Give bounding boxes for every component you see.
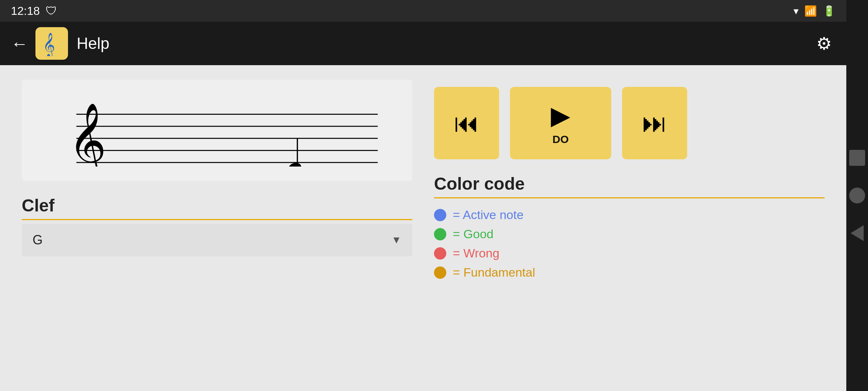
wifi-icon: ▾ bbox=[793, 5, 799, 17]
note-label: DO bbox=[553, 133, 569, 146]
good-dot bbox=[434, 228, 446, 240]
app-icon: 𝄞 bbox=[35, 27, 68, 60]
fundamental-label: = Fundamental bbox=[453, 265, 535, 279]
prev-icon: ⏮ bbox=[454, 109, 479, 138]
page-title: Help bbox=[77, 34, 816, 52]
playback-buttons: ⏮ ▶ DO ⏭ bbox=[434, 80, 825, 159]
clef-section: Clef G ▼ bbox=[22, 196, 412, 256]
signal-icon: 📶 bbox=[804, 5, 817, 17]
side-nav bbox=[846, 0, 868, 391]
good-label: = Good bbox=[453, 227, 493, 241]
play-button[interactable]: ▶ DO bbox=[510, 87, 611, 159]
play-icon: ▶ bbox=[551, 101, 570, 130]
color-code-divider bbox=[434, 197, 825, 198]
treble-clef-icon: 𝄞 bbox=[39, 31, 64, 56]
svg-text:𝄞: 𝄞 bbox=[68, 104, 106, 167]
color-item-active: = Active note bbox=[434, 208, 825, 222]
wrong-label: = Wrong bbox=[453, 246, 499, 260]
color-code-section: Color code = Active note = Good = Wrong bbox=[434, 174, 825, 279]
color-item-fundamental: = Fundamental bbox=[434, 265, 825, 279]
left-panel: 𝄞 Clef G ▼ bbox=[22, 80, 412, 377]
status-left: 12:18 🛡 bbox=[11, 4, 57, 18]
next-icon: ⏭ bbox=[642, 109, 667, 138]
clef-value: G bbox=[33, 232, 43, 248]
clef-dropdown[interactable]: G ▼ bbox=[22, 224, 412, 256]
color-items: = Active note = Good = Wrong = Fundament… bbox=[434, 202, 825, 279]
back-nav-button[interactable] bbox=[851, 225, 864, 241]
battery-icon: 🔋 bbox=[823, 5, 835, 17]
square-nav-button[interactable] bbox=[849, 150, 865, 166]
clef-title: Clef bbox=[22, 196, 412, 215]
active-note-label: = Active note bbox=[453, 208, 524, 222]
status-bar: 12:18 🛡 ▾ 📶 🔋 bbox=[0, 0, 846, 22]
status-right: ▾ 📶 🔋 bbox=[793, 5, 835, 17]
main-content: 𝄞 Clef G ▼ ⏮ ▶ DO bbox=[0, 65, 846, 391]
active-note-dot bbox=[434, 209, 446, 221]
staff-container: 𝄞 bbox=[22, 80, 412, 181]
color-item-good: = Good bbox=[434, 227, 825, 241]
chevron-down-icon: ▼ bbox=[391, 234, 401, 246]
color-code-title: Color code bbox=[434, 174, 825, 194]
app-bar: ← 𝄞 Help ⚙ bbox=[0, 22, 846, 65]
music-staff: 𝄞 bbox=[33, 94, 401, 167]
wrong-dot bbox=[434, 247, 446, 260]
clef-divider bbox=[22, 219, 412, 220]
status-time: 12:18 bbox=[11, 4, 40, 18]
settings-button[interactable]: ⚙ bbox=[816, 33, 832, 54]
circle-nav-button[interactable] bbox=[849, 188, 865, 203]
fundamental-dot bbox=[434, 266, 446, 279]
back-button[interactable]: ← bbox=[11, 34, 28, 54]
next-button[interactable]: ⏭ bbox=[622, 87, 687, 159]
color-item-wrong: = Wrong bbox=[434, 246, 825, 260]
right-panel: ⏮ ▶ DO ⏭ Color code = Active note bbox=[434, 80, 825, 377]
svg-text:𝄞: 𝄞 bbox=[43, 33, 55, 56]
shield-icon: 🛡 bbox=[46, 4, 57, 18]
prev-button[interactable]: ⏮ bbox=[434, 87, 499, 159]
